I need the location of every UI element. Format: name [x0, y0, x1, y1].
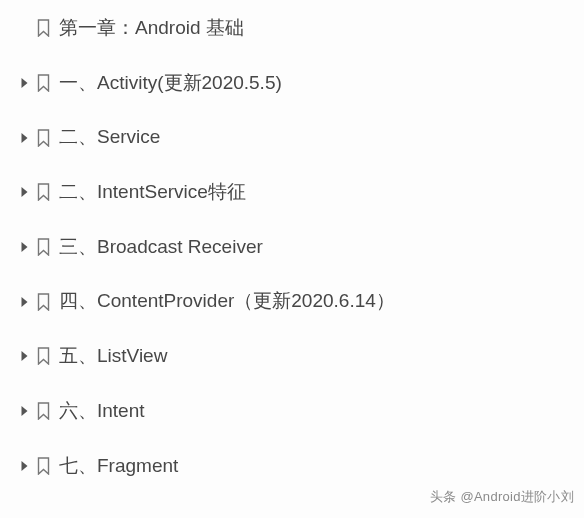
expand-arrow-icon[interactable]	[18, 241, 30, 253]
outline-item-label: 四、ContentProvider（更新2020.6.14）	[59, 289, 395, 314]
outline-item-label: 七、Fragment	[59, 454, 178, 479]
outline-item-label: 第一章：Android 基础	[59, 16, 244, 41]
outline-item[interactable]: 三、Broadcast Receiver	[18, 235, 584, 260]
outline-item-label: 一、Activity(更新2020.5.5)	[59, 71, 282, 96]
bookmark-icon	[36, 183, 51, 201]
outline-item[interactable]: 第一章：Android 基础	[18, 16, 584, 41]
outline-item[interactable]: 六、Intent	[18, 399, 584, 424]
bookmark-icon	[36, 347, 51, 365]
expand-arrow-icon[interactable]	[18, 77, 30, 89]
expand-arrow-icon[interactable]	[18, 296, 30, 308]
expand-arrow-icon[interactable]	[18, 350, 30, 362]
outline-item[interactable]: 七、Fragment	[18, 454, 584, 479]
outline-list: 第一章：Android 基础 一、Activity(更新2020.5.5) 二、…	[18, 16, 584, 478]
bookmark-icon	[36, 129, 51, 147]
outline-item-label: 二、IntentService特征	[59, 180, 246, 205]
outline-item-label: 二、Service	[59, 125, 160, 150]
bookmark-icon	[36, 74, 51, 92]
expand-arrow-icon[interactable]	[18, 460, 30, 472]
outline-item-label: 三、Broadcast Receiver	[59, 235, 263, 260]
bookmark-icon	[36, 457, 51, 475]
outline-item[interactable]: 四、ContentProvider（更新2020.6.14）	[18, 289, 584, 314]
bookmark-icon	[36, 238, 51, 256]
outline-item[interactable]: 一、Activity(更新2020.5.5)	[18, 71, 584, 96]
outline-item[interactable]: 五、ListView	[18, 344, 584, 369]
outline-item[interactable]: 二、IntentService特征	[18, 180, 584, 205]
bookmark-icon	[36, 402, 51, 420]
bookmark-icon	[36, 19, 51, 37]
bookmark-icon	[36, 293, 51, 311]
expand-arrow-icon[interactable]	[18, 405, 30, 417]
outline-item-label: 五、ListView	[59, 344, 167, 369]
expand-arrow-icon[interactable]	[18, 132, 30, 144]
outline-item-label: 六、Intent	[59, 399, 145, 424]
expand-arrow-icon[interactable]	[18, 186, 30, 198]
watermark-text: 头条 @Android进阶小刘	[430, 488, 574, 506]
outline-item[interactable]: 二、Service	[18, 125, 584, 150]
